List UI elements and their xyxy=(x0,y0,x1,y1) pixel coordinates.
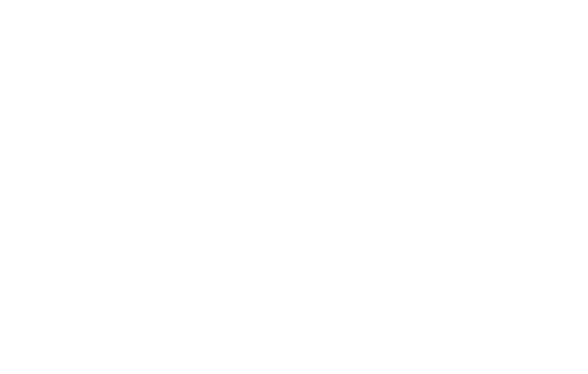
flow-arrows xyxy=(23,9,565,18)
